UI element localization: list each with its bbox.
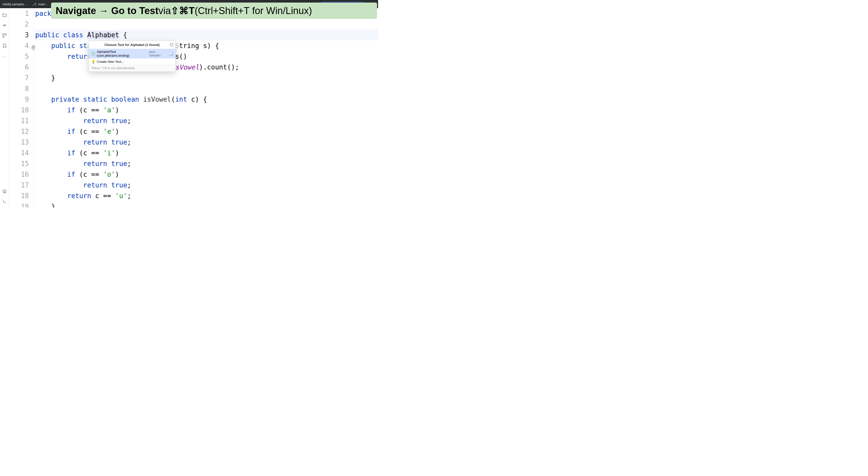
- line-number: 12: [9, 126, 31, 137]
- line-number: 4: [9, 40, 31, 51]
- pin-icon[interactable]: [170, 43, 173, 47]
- branch-selector[interactable]: ⎇ main ⌄: [32, 2, 49, 6]
- choose-test-popup: Choose Test for Alphabet (1 found) C Alp…: [88, 40, 176, 72]
- popup-item-module: java-samples: [149, 50, 167, 57]
- line-number: 10: [9, 105, 31, 115]
- branch-icon: ⎇: [32, 2, 36, 6]
- tip-action: Navigate → Go to Test: [56, 5, 158, 16]
- structure-tool-icon[interactable]: [2, 33, 7, 38]
- terminal-tool-icon[interactable]: [2, 199, 7, 204]
- branch-name: main: [38, 2, 45, 6]
- popup-title: Choose Test for Alphabet (1 found): [89, 41, 176, 49]
- left-tool-stripe: …: [0, 8, 9, 207]
- tip-shortcut: ⇧⌘T: [171, 5, 194, 16]
- svg-point-1: [4, 25, 5, 26]
- line-number: 1: [9, 8, 31, 19]
- code-editor[interactable]: 1 2 3 4 5 6 7 8 9 10 11 12 13 14 15 16 1…: [9, 8, 378, 207]
- svg-rect-6: [3, 36, 4, 37]
- line-number: 19: [9, 201, 31, 207]
- project-tool-icon[interactable]: [2, 13, 7, 18]
- tip-banner: Navigate → Go to Test via ⇧⌘T (Ctrl+Shif…: [51, 3, 377, 19]
- line-number: 2: [9, 19, 31, 30]
- module-icon: [169, 52, 173, 55]
- line-number: 17: [9, 180, 31, 190]
- line-number: 7: [9, 72, 31, 83]
- line-number: 8: [9, 83, 31, 94]
- svg-rect-5: [5, 34, 6, 35]
- popup-item-create-test[interactable]: 💡 Create New Test...: [89, 58, 176, 65]
- line-number: 15: [9, 158, 31, 169]
- lightbulb-icon: 💡: [91, 59, 95, 64]
- line-number: 14: [9, 148, 31, 158]
- popup-item-existing-test[interactable]: C AlphabetTest (com.jetbrains.testing) j…: [89, 49, 176, 58]
- project-name: intellij-samples: [3, 2, 24, 6]
- chevron-down-icon: ⌄: [47, 3, 49, 6]
- bookmarks-tool-icon[interactable]: [2, 43, 7, 48]
- class-icon: C: [91, 52, 95, 56]
- svg-rect-4: [3, 34, 4, 35]
- popup-item-label: AlphabetTest (com.jetbrains.testing): [97, 50, 148, 57]
- chevron-down-icon: ⌄: [26, 3, 28, 6]
- line-number: 11: [9, 115, 31, 126]
- popup-hint: Press ^⇧R to run selected tests: [89, 65, 176, 71]
- line-number: 18: [9, 190, 31, 201]
- line-number: 6: [9, 62, 31, 72]
- line-number: 5: [9, 51, 31, 62]
- layers-tool-icon[interactable]: [2, 189, 7, 194]
- code-content[interactable]: package com.jetbrains.testing; public cl…: [34, 8, 378, 207]
- more-tool-icon[interactable]: …: [2, 54, 7, 58]
- commit-tool-icon[interactable]: [2, 23, 7, 28]
- line-number: 13: [9, 137, 31, 148]
- line-number: 3: [9, 30, 31, 40]
- line-number: 9: [9, 94, 31, 105]
- svg-rect-7: [170, 43, 173, 46]
- project-selector[interactable]: intellij-samples ⌄: [3, 2, 28, 6]
- line-gutter: 1 2 3 4 5 6 7 8 9 10 11 12 13 14 15 16 1…: [9, 8, 34, 207]
- line-number: 16: [9, 169, 31, 180]
- popup-item-label: Create New Test...: [97, 60, 124, 64]
